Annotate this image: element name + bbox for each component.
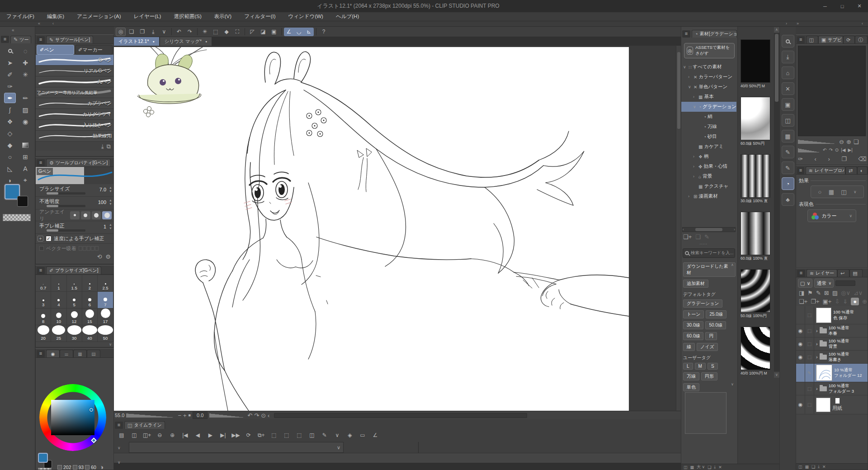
gradation-expander[interactable]: ∨ (693, 104, 697, 109)
image-material-button[interactable]: ▣ (782, 98, 794, 111)
default-tag[interactable]: トーン (683, 310, 704, 318)
snap-to-grid-button[interactable]: ⊾ (304, 28, 314, 36)
menu-selection[interactable]: 選択範囲(S) (167, 12, 208, 21)
reference-layer-button[interactable]: ⚑ (807, 290, 813, 296)
brush-size-2[interactable]: 2 (82, 275, 98, 292)
navigate-material-button[interactable] (782, 35, 794, 47)
layerprop-extra-tab-1[interactable]: ◐ (857, 166, 868, 174)
brush-size-20[interactable]: 20 (36, 325, 51, 342)
subtool-item[interactable]: カリグラフィ (36, 109, 113, 120)
brush-size-12[interactable]: 12 (67, 309, 82, 325)
user-tag[interactable]: 単色 (683, 383, 699, 391)
subview-bottom-icon-4[interactable]: ⌫ (859, 156, 867, 162)
undo-button[interactable]: ↶ (174, 28, 184, 36)
brushsize-menu-icon[interactable]: ≡ (37, 267, 45, 274)
subview-preview[interactable] (798, 46, 866, 136)
layer-row-5[interactable]: ⬚›100 %通常フォルダー 3 (796, 382, 868, 395)
edit-folder-icon[interactable]: ✎ (704, 234, 709, 240)
enable-mask-button[interactable]: ◎∨ (841, 290, 850, 296)
basic-expander[interactable]: › (693, 95, 697, 99)
sub-color-swatch[interactable] (17, 196, 28, 207)
selection-border-button[interactable]: ▣ (269, 28, 279, 36)
ruler-tool[interactable]: ◺ (4, 163, 16, 174)
material-tab[interactable]: ◔素材[グラデーション] (692, 30, 737, 38)
new-folder-button[interactable]: ▣+ (823, 299, 832, 304)
erase-cel-button[interactable]: ◈ (345, 431, 355, 440)
gradient-tool[interactable] (19, 140, 31, 150)
subview-rotate-icon-3[interactable]: |◀ (841, 148, 845, 152)
all-materials-expander[interactable]: ∨ (683, 65, 687, 69)
material-tree-pattern[interactable]: ›❖柄 (681, 152, 736, 161)
layer-checkbox-0[interactable]: ⬚ (805, 306, 814, 324)
subview-menu-icon[interactable]: ≡ (797, 36, 805, 43)
zoom-fit-button[interactable]: ■ (189, 413, 191, 418)
save-dropdown-button[interactable]: ∨ (159, 28, 169, 36)
canvas-tab-1[interactable]: シリウス マッグ*● (160, 37, 212, 46)
subtool-item[interactable]: Gペン (36, 55, 113, 66)
delete-outside-selection-button[interactable]: ⬚ (211, 28, 221, 36)
subview-zoom-icon-0[interactable]: ⊖ (839, 139, 844, 145)
subview-bottom-icon-3[interactable]: ❐ (841, 156, 847, 162)
colorpanel-menu-icon[interactable]: ≡ (37, 350, 45, 357)
subview-rotate-icon-2[interactable]: ⊙ (835, 148, 839, 152)
menu-edit[interactable]: 編集(E) (41, 12, 71, 21)
user-tag[interactable]: L (683, 363, 693, 370)
menu-help[interactable]: ヘルプ(H) (330, 12, 365, 21)
toolprop-footer-icon-1[interactable]: ⚙ (105, 254, 111, 260)
canvas-h-scrollbar[interactable] (274, 413, 527, 418)
effect-chevron-icon[interactable]: ∨ (854, 190, 857, 194)
subtool-item[interactable]: アニメーター専用リアル風鉛筆 (36, 87, 113, 98)
thumb-scrollbar[interactable] (774, 33, 779, 371)
timeline-track-2[interactable] (114, 463, 681, 470)
drawing-canvas[interactable] (114, 47, 629, 411)
clip-studio-logo-button[interactable]: ◎ (116, 28, 126, 36)
border-effect-button[interactable]: ○ (818, 189, 821, 195)
background-expander[interactable]: › (693, 174, 697, 179)
scrollbar-thumb[interactable] (677, 52, 680, 129)
status-icon-1[interactable]: ↷ (254, 413, 259, 418)
layer-expander-3[interactable]: › (816, 354, 818, 360)
fill-button[interactable]: ◆ (222, 28, 231, 36)
open-file-button[interactable]: ❐ (137, 28, 147, 36)
brushsize-tab[interactable]: ✐ブラシサイズ[Gペン] (46, 266, 101, 274)
zoom-out-button[interactable]: − (178, 413, 181, 418)
eraser-tool[interactable]: ◇ (4, 128, 16, 138)
selection-tool[interactable]: ◌ (19, 46, 31, 56)
layer-checkbox-2[interactable]: ⬚ (805, 337, 814, 350)
layer-bottom-icon-2[interactable]: ❑ (811, 465, 815, 469)
canvas-vertical-scrollbar[interactable] (676, 46, 681, 411)
material-thumb-radial[interactable]: 60.0線 50%円 (741, 97, 770, 147)
layer-color-effect-button[interactable]: ◫ (841, 189, 846, 195)
pattern-expander[interactable]: › (693, 154, 697, 159)
delete-folder-icon[interactable]: ❑ (695, 234, 701, 240)
transparent-color-swatch[interactable] (3, 214, 31, 221)
color-set-tab[interactable]: ▦ (73, 350, 87, 357)
opacity-spinner[interactable]: ▲▼ (109, 199, 112, 206)
blend-mode-combo[interactable]: 通常∨ (814, 279, 834, 288)
timeline-list-button[interactable]: ◫ (129, 431, 139, 440)
material-tree-monochromatic-pattern[interactable]: ∨✕単色パターン (681, 82, 736, 92)
object-tool[interactable]: ➤ (4, 57, 16, 68)
redo-button[interactable]: ↷ (185, 28, 195, 36)
menu-layer[interactable]: レイヤー(L) (127, 12, 168, 21)
edit-dropdown-button[interactable]: ∨ (332, 431, 342, 440)
layer-visibility-0[interactable] (796, 306, 805, 324)
brush-size-0.7[interactable]: 0.7 (36, 275, 51, 292)
brush-size-8[interactable]: 8 (36, 309, 51, 325)
subview-rotate-icon-1[interactable]: ↷ (829, 148, 832, 152)
layer-checkbox-5[interactable]: ⬚ (805, 382, 814, 395)
material-thumb-rings[interactable]: 50.0線 100%円 (741, 269, 770, 319)
snap-to-special-ruler-button[interactable]: ◡ (294, 28, 304, 36)
menu-view[interactable]: 表示(V) (208, 12, 238, 21)
layer-visibility-5[interactable] (796, 382, 805, 395)
timeline-track[interactable] (114, 453, 681, 463)
new-vector-layer-button[interactable]: ❐+ (811, 299, 819, 304)
subview-rotate-icon-4[interactable]: ▶| (848, 148, 852, 152)
manga-material-expander[interactable]: › (688, 194, 692, 199)
subtool-item[interactable]: リアルGペン (36, 66, 113, 76)
brush-size-1[interactable]: 1 (51, 275, 66, 292)
thumb-scroll-up[interactable]: ∧ (774, 27, 779, 33)
fill-tool[interactable]: ◆ (4, 140, 16, 150)
eyedropper-tool[interactable]: ✑ (4, 81, 16, 91)
download-material-button[interactable]: ⤓ (782, 51, 794, 63)
